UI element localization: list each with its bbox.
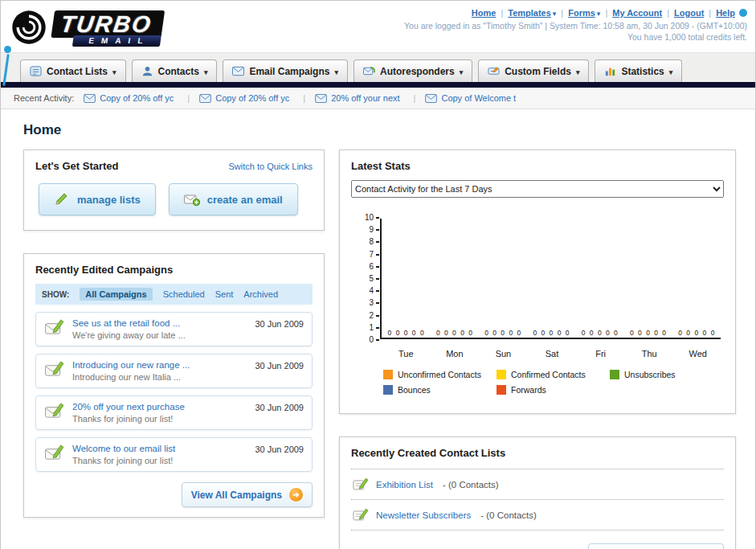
bar-value-labels: 0 0 0 0 0	[575, 329, 623, 337]
campaign-filter-row: SHOW: All Campaigns Scheduled Sent Archi…	[35, 284, 313, 305]
legend-item: Forwards	[497, 385, 610, 395]
nav-divider-bar	[1, 82, 755, 88]
nav-logout-link[interactable]: Logout	[674, 8, 704, 18]
session-info: You are logged in as "Timothy Smith" | S…	[404, 21, 747, 31]
tab-contact-lists[interactable]: Contact Lists	[20, 59, 126, 82]
legend-label: Unsubscribes	[624, 370, 676, 379]
activity-link[interactable]: Copy of 20% off yc	[215, 93, 289, 103]
campaign-title-link[interactable]: Introducing our new range ...	[72, 360, 247, 370]
chat-bubble-icon	[739, 9, 747, 17]
campaign-title-link[interactable]: Welcome to our email list	[72, 444, 247, 453]
button-label: manage lists	[77, 194, 141, 206]
activity-link[interactable]: 20% off your next	[331, 93, 399, 103]
see-all-contact-lists-button[interactable]: See All Contact Lists	[588, 543, 724, 549]
nav-templates-link[interactable]: Templates	[508, 8, 551, 18]
y-tick-label: 10	[365, 214, 379, 222]
chart-y-axis: 109876543210	[356, 214, 380, 344]
activity-link[interactable]: Copy of Welcome t	[441, 93, 516, 103]
legend-item: Unconfirmed Contacts	[383, 370, 497, 379]
nav-my-account-link[interactable]: My Account	[612, 8, 662, 18]
tab-email-campaigns[interactable]: Email Campaigns	[223, 59, 348, 82]
latest-stats-panel: Latest Stats Contact Activity for the La…	[339, 150, 736, 414]
legend-item: Bounces	[383, 385, 497, 395]
filter-archived[interactable]: Archived	[243, 289, 278, 299]
logo-swoosh-dot	[4, 46, 11, 53]
y-tick-label: 8	[369, 238, 379, 246]
campaign-date: 30 Jun 2009	[255, 318, 304, 329]
x-axis-label: Wed	[673, 349, 722, 358]
tab-label: Email Campaigns	[249, 66, 329, 77]
bar-value-labels: 0 0 0 0 0	[672, 329, 721, 337]
filter-all-campaigns[interactable]: All Campaigns	[80, 288, 152, 301]
tab-label: Autoresponders	[380, 66, 455, 77]
chevron-down-icon	[204, 66, 208, 77]
chevron-down-icon	[669, 66, 673, 77]
custom-fields-icon	[488, 65, 500, 77]
x-axis-label: Mon	[431, 349, 480, 358]
recent-campaigns-panel: Recently Edited Campaigns SHOW: All Camp…	[23, 253, 325, 518]
legend-swatch	[497, 385, 506, 395]
email-campaigns-icon	[232, 65, 244, 77]
tab-autoresponders[interactable]: Autoresponders	[353, 59, 472, 82]
y-tick-label: 7	[369, 251, 379, 259]
recent-activity-item: Copy of Welcome t	[425, 93, 516, 103]
bar-value-labels: 0 0 0 0 0	[527, 329, 575, 337]
view-all-campaigns-button[interactable]: View All Campaigns	[182, 482, 313, 507]
contact-list-link[interactable]: Exhibition List	[376, 480, 433, 490]
app-logo: TURBO EMAIL	[10, 6, 162, 51]
credits-info: You have 1,000 total credits left.	[404, 32, 747, 42]
tab-label: Statistics	[621, 66, 664, 77]
chevron-down-icon	[595, 8, 601, 18]
recent-activity-item: Copy of 20% off yc	[199, 93, 305, 103]
contact-activity-chart: 109876543210 0 0 0 0 00 0 0 0 00 0 0 0 0…	[351, 219, 724, 400]
nav-home-link[interactable]: Home	[472, 8, 497, 18]
campaign-list-item: See us at the retail food ... We're givi…	[35, 312, 313, 346]
list-pencil-icon	[353, 508, 369, 522]
get-started-title: Let's Get Started	[35, 160, 119, 172]
recent-contact-lists-panel: Recently Created Contact Lists Exhibitio…	[339, 436, 736, 549]
filter-scheduled[interactable]: Scheduled	[163, 289, 205, 299]
recent-activity-label: Recent Activity:	[14, 93, 74, 103]
campaign-subtitle: We're giving away our late ...	[72, 330, 247, 340]
nav-help-link[interactable]: Help	[716, 8, 735, 18]
chart-plot-area: 0 0 0 0 00 0 0 0 00 0 0 0 00 0 0 0 00 0 …	[380, 219, 721, 339]
recent-activity-item: 20% off your next	[315, 93, 415, 103]
tab-label: Custom Fields	[505, 66, 571, 77]
tab-contacts[interactable]: Contacts	[132, 59, 218, 82]
switch-quick-links[interactable]: Switch to Quick Links	[228, 162, 313, 171]
logo-wordmark: TURBO EMAIL	[50, 10, 165, 47]
activity-link[interactable]: Copy of 20% off yc	[100, 93, 174, 103]
recent-activity-bar: Recent Activity: Copy of 20% off yc Copy…	[1, 88, 755, 109]
create-email-button[interactable]: create an email	[169, 183, 298, 215]
contact-lists-icon	[30, 65, 42, 77]
page-title: Home	[23, 122, 731, 138]
x-axis-label: Thu	[625, 349, 674, 358]
legend-item: Unsubscribes	[610, 370, 723, 379]
contact-list-link[interactable]: Newsletter Subscribers	[376, 510, 471, 520]
x-axis-label: Fri	[576, 349, 625, 358]
envelope-icon	[425, 94, 437, 103]
envelope-icon	[315, 94, 327, 103]
y-tick-label: 6	[369, 263, 379, 271]
chevron-down-icon	[460, 66, 464, 77]
y-tick-label: 1	[369, 324, 379, 332]
contact-list-item: Exhibition List - (0 Contacts)	[351, 469, 724, 500]
bar-value-labels: 0 0 0 0 0	[430, 329, 478, 337]
bar-value-labels: 0 0 0 0 0	[623, 329, 672, 337]
campaign-subtitle: Thanks for joining our list!	[72, 456, 247, 465]
campaign-title-link[interactable]: See us at the retail food ...	[72, 318, 247, 328]
stats-filter-select[interactable]: Contact Activity for the Last 7 Days	[351, 180, 724, 198]
x-axis-label: Tue	[382, 349, 431, 358]
envelope-pencil-icon	[44, 360, 65, 377]
nav-forms-link[interactable]: Forms	[568, 8, 595, 18]
filter-sent[interactable]: Sent	[215, 289, 234, 299]
campaign-title-link[interactable]: 20% off your next purchase	[72, 402, 247, 412]
tab-custom-fields[interactable]: Custom Fields	[478, 59, 589, 82]
get-started-panel: Let's Get Started Switch to Quick Links …	[23, 150, 325, 231]
tab-statistics[interactable]: Statistics	[595, 59, 682, 82]
tab-label: Contacts	[158, 66, 199, 77]
manage-lists-button[interactable]: manage lists	[39, 183, 156, 215]
legend-swatch	[383, 370, 393, 379]
right-column: Latest Stats Contact Activity for the La…	[339, 150, 736, 549]
page: TURBO EMAIL Home Templates Forms My Acco…	[0, 0, 756, 549]
